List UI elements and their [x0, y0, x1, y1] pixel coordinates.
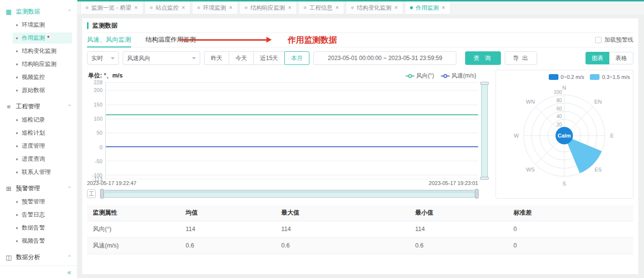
- metric-select[interactable]: 风速风向: [123, 51, 200, 65]
- checkbox-icon[interactable]: [595, 37, 601, 43]
- legend-ring-icon: [408, 74, 412, 78]
- close-icon[interactable]: ×: [395, 4, 398, 11]
- slider-handle-left[interactable]: [100, 189, 104, 199]
- arrow-head-icon: [266, 37, 272, 43]
- bullet-icon: [16, 227, 18, 229]
- sidebar-item-env-monitor[interactable]: 环境监测: [0, 18, 77, 31]
- monitor-data-icon: ▦: [5, 8, 13, 15]
- range-yesterday-button[interactable]: 昨天: [204, 51, 229, 65]
- chevron-up-icon: ⌃: [67, 8, 72, 15]
- sidebar-item-raw-data[interactable]: 原始数据: [0, 84, 77, 97]
- sidebar-item-inspection-record[interactable]: 巡检记录: [0, 113, 77, 126]
- tab-structure-response[interactable]: 结构响应监测×: [239, 1, 297, 15]
- sidebar-item-inspection-plan[interactable]: 巡检计划: [0, 126, 77, 139]
- table-row-wind-speed: 风速(m/s) 0.6 0.6 0.6 0: [87, 237, 633, 254]
- close-icon[interactable]: ×: [336, 4, 339, 11]
- wind-rose-chart[interactable]: NENEESSWSWWN020406080100Calm: [499, 81, 629, 190]
- search-button[interactable]: 查 询: [465, 51, 500, 65]
- sidebar-item-action-monitor[interactable]: 作用监测: [0, 31, 77, 45]
- sidebar-group-project-mgmt[interactable]: ≡ 工程管理 ⌃: [0, 100, 77, 113]
- bullet-icon: [16, 171, 18, 173]
- sidebar-collapse-icon[interactable]: «: [67, 268, 71, 276]
- tab-dot-icon: [86, 6, 88, 9]
- export-button[interactable]: 导 出: [505, 51, 537, 65]
- datazoom-row: 工: [87, 189, 478, 199]
- sidebar-item-progress-query[interactable]: 进度查询: [0, 153, 77, 166]
- legend-line-marker-icon: [441, 76, 450, 77]
- sidebar-item-alarm-log[interactable]: 告警日志: [0, 208, 77, 221]
- range-today-button[interactable]: 今天: [229, 51, 254, 65]
- legend-wind-direction[interactable]: 风向(°): [406, 72, 434, 80]
- interval-select[interactable]: 实时: [87, 51, 119, 65]
- sidebar-group-alert-mgmt[interactable]: ⊞ 预警管理 ⌃: [0, 182, 77, 195]
- select-tool-icon[interactable]: 工: [87, 189, 96, 198]
- daterange-input[interactable]: 2023-05-01 00:00:00 ~ 2023-05-31 23:59:5…: [313, 51, 456, 65]
- close-icon[interactable]: ×: [229, 4, 233, 11]
- rose-center-label: Calm: [558, 133, 571, 139]
- bullet-icon: [16, 158, 18, 160]
- sidebar-group-monitor-data[interactable]: ▦ 监测数据 ⌃: [0, 5, 77, 18]
- title-accent-bar: [87, 22, 88, 29]
- slider-handle-right[interactable]: [475, 189, 479, 199]
- bullet-icon: [16, 50, 18, 52]
- close-icon[interactable]: ×: [442, 4, 445, 11]
- vertical-datazoom-slider[interactable]: [481, 82, 488, 179]
- subtab-wind[interactable]: 风速、风向监测: [87, 33, 131, 47]
- table-header-row: 监测属性 均值 最大值 最小值 标准差: [87, 205, 633, 221]
- chevron-down-icon: [192, 57, 196, 60]
- gridline: [106, 179, 478, 179]
- tab-structure-change[interactable]: 结构变化监测×: [346, 1, 403, 15]
- tab-dot-icon: [304, 6, 307, 9]
- tab-dot-icon: [351, 6, 354, 9]
- chevron-up-icon: ⌃: [67, 185, 72, 192]
- legend-swatch-icon: [549, 74, 558, 80]
- sidebar-item-contact-mgmt[interactable]: 联系人管理: [0, 166, 77, 179]
- table-row-wind-direction: 风向(°) 114 114 114 0: [87, 221, 633, 237]
- rose-direction-label: E: [610, 133, 614, 139]
- bullet-icon: [16, 63, 18, 65]
- range-month-button[interactable]: 本月: [284, 51, 309, 65]
- sidebar-item-video-alarm[interactable]: 视频告警: [0, 234, 77, 247]
- sidebar-item-progress-mgmt[interactable]: 进度管理: [0, 139, 77, 153]
- plot-area[interactable]: [105, 82, 478, 179]
- sidebar-item-video-monitor[interactable]: 视频监控: [0, 71, 77, 84]
- sidebar-group-label: 监测数据: [16, 8, 40, 16]
- tab-monitor-overview[interactable]: 监测一览 - 桥梁×: [80, 1, 143, 15]
- datazoom-shadow: [104, 190, 475, 193]
- slider-handle-bottom[interactable]: [480, 177, 489, 180]
- load-warnline-checkbox[interactable]: 加载预警线: [595, 36, 633, 44]
- chevron-down-icon: [111, 57, 115, 60]
- line-chart-legend: 风向(°) 风速(m/s): [406, 72, 476, 80]
- sidebar-group-data-analysis[interactable]: ◫ 数据分析 ⌃: [0, 250, 77, 264]
- range-15days-button[interactable]: 近15天: [253, 51, 285, 65]
- horizontal-datazoom-slider[interactable]: [101, 190, 478, 198]
- x-axis-labels: 2023-05-17 19:22:47 2023-05-17 19:23:01: [87, 180, 478, 186]
- sidebar-item-alert-mgmt[interactable]: 预警管理: [0, 195, 77, 208]
- tab-bar: 监测一览 - 桥梁× 站点监控× 环境监测× 结构响应监测× 工程信息× 结构变…: [77, 0, 644, 15]
- close-icon[interactable]: ×: [288, 4, 292, 11]
- y-tick-label: 100: [94, 116, 102, 122]
- col-header-mean: 均值: [180, 205, 276, 221]
- close-icon[interactable]: ×: [134, 4, 138, 11]
- tab-env-monitor[interactable]: 环境监测×: [192, 1, 238, 15]
- tab-project-info[interactable]: 工程信息×: [298, 1, 344, 15]
- legend-wind-speed[interactable]: 风速(m/s): [441, 72, 476, 80]
- rose-legend-bin1[interactable]: 0~0.2 m/s: [549, 74, 585, 80]
- view-chart-button[interactable]: 图表: [585, 52, 610, 64]
- bullet-icon: [16, 24, 18, 26]
- view-table-button[interactable]: 表格: [609, 52, 633, 64]
- chart-unit-label: 单位: °、m/s: [88, 72, 123, 80]
- sidebar-item-structure-response[interactable]: 结构响应监测: [0, 58, 77, 71]
- slider-handle-top[interactable]: [480, 82, 489, 85]
- tab-station-monitor[interactable]: 站点监控×: [145, 1, 190, 15]
- rose-legend-bin2[interactable]: 0.3~1.5 m/s: [590, 74, 630, 80]
- sidebar-item-structure-change[interactable]: 结构变化监测: [0, 45, 77, 58]
- main-area: 监测一览 - 桥梁× 站点监控× 环境监测× 结构响应监测× 工程信息× 结构变…: [77, 0, 644, 278]
- rose-direction-label: ES: [595, 167, 602, 172]
- tab-action-monitor[interactable]: 作用监测×: [405, 1, 451, 15]
- close-icon[interactable]: ×: [182, 4, 185, 11]
- card-title-row: 监测数据: [87, 18, 633, 33]
- chevron-up-icon: ⌃: [67, 254, 72, 261]
- sidebar-item-data-alarm[interactable]: 数据告警: [0, 221, 77, 234]
- x-start-label: 2023-05-17 19:22:47: [87, 180, 136, 186]
